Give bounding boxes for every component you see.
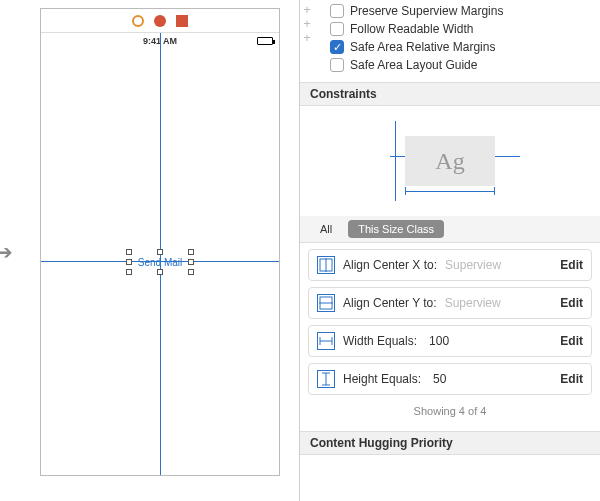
check-label: Follow Readable Width (350, 22, 473, 36)
constraint-label: Align Center Y to: (343, 296, 437, 310)
resize-handle[interactable] (157, 269, 163, 275)
check-safe-area-guide[interactable]: Safe Area Layout Guide (330, 56, 590, 74)
first-responder-icon[interactable] (154, 15, 166, 27)
checkbox-icon[interactable]: ✓ (330, 40, 344, 54)
selected-button-label: Send Mail (138, 257, 182, 268)
checkbox-icon[interactable] (330, 4, 344, 18)
battery-icon (257, 37, 273, 45)
device-frame: 9:41 AM Send Mail (40, 8, 280, 476)
check-label: Safe Area Relative Margins (350, 40, 495, 54)
checkbox-icon[interactable] (330, 58, 344, 72)
constraint-label: Height Equals: (343, 372, 421, 386)
exit-icon[interactable] (176, 15, 188, 27)
checkbox-icon[interactable] (330, 22, 344, 36)
selected-button[interactable]: Send Mail (130, 253, 190, 271)
check-follow-readable[interactable]: Follow Readable Width (330, 20, 590, 38)
resize-handle[interactable] (126, 269, 132, 275)
hugging-header: Content Hugging Priority (300, 431, 600, 455)
filter-all-button[interactable]: All (310, 220, 342, 238)
resize-handle[interactable] (188, 259, 194, 265)
constraint-label: Width Equals: (343, 334, 417, 348)
constraint-value: 100 (429, 334, 449, 348)
constraints-preview: Ag (300, 106, 600, 216)
constraint-target: Superview (445, 258, 501, 272)
check-preserve-superview[interactable]: Preserve Superview Margins (330, 2, 590, 20)
constraint-value: 50 (433, 372, 446, 386)
resize-handle[interactable] (188, 249, 194, 255)
resize-handle[interactable] (188, 269, 194, 275)
edit-button[interactable]: Edit (560, 258, 583, 272)
plus-icon[interactable]: + (300, 4, 314, 16)
resize-handle[interactable] (157, 249, 163, 255)
height-icon (317, 370, 335, 388)
gear-icon[interactable] (132, 15, 144, 27)
scene-toolbar (41, 9, 279, 33)
plus-icon[interactable]: + (300, 18, 314, 30)
resize-handle[interactable] (126, 259, 132, 265)
constraint-row-center-y[interactable]: Align Center Y to: Superview Edit (308, 287, 592, 319)
constraint-row-center-x[interactable]: Align Center X to: Superview Edit (308, 249, 592, 281)
center-y-icon (317, 294, 335, 312)
constraint-label: Align Center X to: (343, 258, 437, 272)
showing-count: Showing 4 of 4 (308, 401, 592, 425)
center-x-icon (317, 256, 335, 274)
width-icon (317, 332, 335, 350)
layout-margins-group: Preserve Superview Margins Follow Readab… (300, 0, 600, 82)
plus-icon[interactable]: + (300, 32, 314, 44)
check-label: Safe Area Layout Guide (350, 58, 477, 72)
edit-button[interactable]: Edit (560, 296, 583, 310)
check-label: Preserve Superview Margins (350, 4, 503, 18)
constraint-row-height[interactable]: Height Equals: 50 Edit (308, 363, 592, 395)
edit-button[interactable]: Edit (560, 334, 583, 348)
resize-handle[interactable] (126, 249, 132, 255)
back-arrow-icon[interactable]: ➔ (0, 240, 13, 264)
canvas-pane: ➔ 9:41 AM Send Mail (0, 0, 300, 501)
constraint-target: Superview (445, 296, 501, 310)
size-inspector: Preserve Superview Margins Follow Readab… (300, 0, 600, 501)
edit-button[interactable]: Edit (560, 372, 583, 386)
constraint-list: Align Center X to: Superview Edit Align … (300, 243, 600, 431)
constraints-header: Constraints (300, 82, 600, 106)
constraint-filter: All This Size Class (300, 216, 600, 243)
constraint-row-width[interactable]: Width Equals: 100 Edit (308, 325, 592, 357)
check-safe-area-margins[interactable]: ✓ Safe Area Relative Margins (330, 38, 590, 56)
add-gutter: + + + (300, 0, 314, 44)
preview-glyph: Ag (405, 136, 495, 186)
filter-size-class-button[interactable]: This Size Class (348, 220, 444, 238)
